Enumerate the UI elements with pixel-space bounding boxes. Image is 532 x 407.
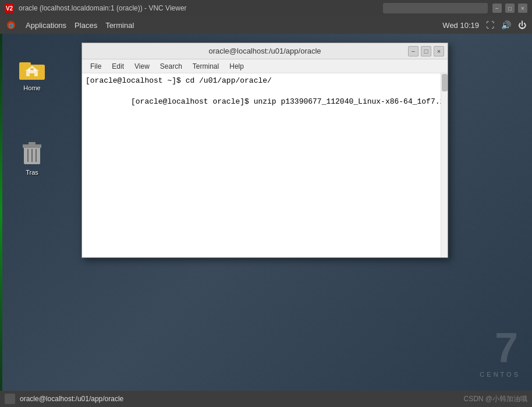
menu-places[interactable]: Places xyxy=(75,21,97,30)
trash-icon xyxy=(18,139,46,167)
home-icon-label: Home xyxy=(23,84,40,91)
terminal-close-button[interactable]: × xyxy=(434,46,444,56)
terminal-line-1: [oracle@localhost ~]$ cd /u01/app/oracle… xyxy=(86,76,444,86)
trash-icon-label: Tras xyxy=(26,169,38,176)
terminal-menu-edit[interactable]: Edit xyxy=(107,61,129,72)
terminal-menu-view[interactable]: View xyxy=(130,61,154,72)
terminal-titlebar: oracle@localhost:/u01/app/oracle − □ × xyxy=(82,43,448,59)
terminal-menu-terminal[interactable]: Terminal xyxy=(188,61,224,72)
volume-icon: 🔊 xyxy=(501,20,511,30)
menu-terminal[interactable]: Terminal xyxy=(105,21,134,30)
bottom-bar-app-icon xyxy=(5,394,15,404)
desktop-icon-trash[interactable]: Tras xyxy=(12,139,52,176)
terminal-menu-help[interactable]: Help xyxy=(225,61,249,72)
desktop-taskbar: 🌐 Applications Places Terminal Wed 10:19… xyxy=(0,16,532,34)
taskbar-time: Wed 10:19 xyxy=(442,21,479,30)
power-icon: ⏻ xyxy=(518,20,526,30)
bottom-bar-title: oracle@localhost:/u01/app/oracle xyxy=(20,395,123,403)
terminal-maximize-button[interactable]: □ xyxy=(421,46,431,56)
terminal-title: oracle@localhost:/u01/app/oracle xyxy=(87,47,443,55)
terminal-menu-search[interactable]: Search xyxy=(155,61,187,72)
taskbar-menu: Applications Places Terminal xyxy=(26,21,134,30)
terminal-window-controls: − □ × xyxy=(408,46,444,56)
svg-rect-4 xyxy=(19,62,31,67)
terminal-scrollbar[interactable] xyxy=(441,73,448,257)
vnc-search-bar[interactable] xyxy=(383,3,488,13)
terminal-window: oracle@localhost:/u01/app/oracle − □ × F… xyxy=(81,43,448,258)
taskbar-right-area: Wed 10:19 ⛶ 🔊 ⏻ xyxy=(442,20,526,30)
svg-text:🌐: 🌐 xyxy=(8,23,14,29)
desktop-icon-home[interactable]: Home xyxy=(12,54,52,91)
terminal-menu-file[interactable]: File xyxy=(86,61,106,72)
vnc-titlebar: V2 oracle (localhost.localdomain:1 (orac… xyxy=(0,0,532,16)
centos-text: CENTOS xyxy=(480,371,520,378)
terminal-menubar: File Edit View Search Terminal Help xyxy=(82,59,448,73)
gnome-icon: 🌐 xyxy=(6,20,16,30)
vnc-title: oracle (localhost.localdomain:1 (oracle)… xyxy=(19,4,378,12)
desktop: 🌐 Applications Places Terminal Wed 10:19… xyxy=(0,16,532,407)
svg-rect-10 xyxy=(29,142,36,146)
bottom-taskbar: oracle@localhost:/u01/app/oracle CSDN @小… xyxy=(0,391,532,407)
bottom-bar-watermark: CSDN @小韩加油哦 xyxy=(463,394,527,404)
menu-applications[interactable]: Applications xyxy=(26,21,66,30)
vnc-outer-window: V2 oracle (localhost.localdomain:1 (orac… xyxy=(0,0,532,407)
vnc-app-icon: V2 xyxy=(5,3,14,13)
scrollbar-thumb[interactable] xyxy=(442,74,448,91)
terminal-content[interactable]: [oracle@localhost ~]$ cd /u01/app/oracle… xyxy=(82,73,448,257)
centos-watermark: 7 CENTOS xyxy=(480,327,520,378)
centos-number: 7 xyxy=(480,327,520,369)
vnc-maximize-button[interactable]: □ xyxy=(505,3,515,13)
vnc-window-controls: − □ × xyxy=(492,3,527,13)
svg-rect-7 xyxy=(30,68,34,70)
terminal-minimize-button[interactable]: − xyxy=(408,46,418,56)
network-icon: ⛶ xyxy=(486,20,494,30)
vnc-minimize-button[interactable]: − xyxy=(492,3,502,13)
home-folder-icon xyxy=(18,54,46,82)
green-side-indicator xyxy=(0,34,2,391)
vnc-close-button[interactable]: × xyxy=(518,3,527,13)
terminal-line-2: [oracle@localhost oracle]$ unzip p133906… xyxy=(86,86,444,118)
